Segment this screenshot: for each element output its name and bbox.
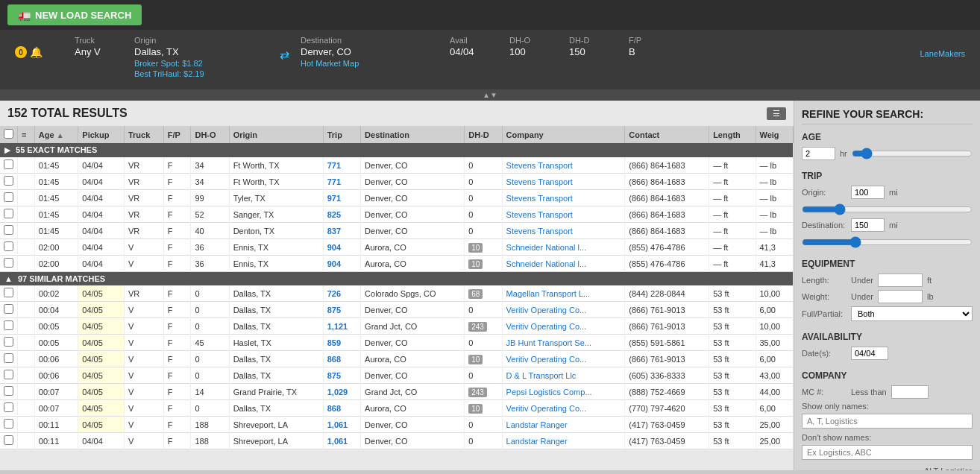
row-trip[interactable]: 825: [323, 206, 360, 223]
row-trip[interactable]: 1,121: [323, 318, 360, 335]
scroll-up-icon[interactable]: ▲▼: [483, 91, 497, 99]
row-checkbox-cell[interactable]: [0, 256, 18, 272]
row-trip[interactable]: 1,029: [323, 384, 360, 400]
row-checkbox[interactable]: [4, 386, 13, 396]
col-pickup[interactable]: Pickup: [78, 126, 125, 143]
col-dhd[interactable]: DH-D: [465, 126, 502, 143]
dates-input[interactable]: [851, 347, 888, 360]
row-trip[interactable]: 1,061: [323, 433, 360, 449]
row-checkbox-cell[interactable]: [0, 367, 18, 384]
new-load-search-button[interactable]: 🚛 NEW LOAD SEARCH: [7, 4, 142, 25]
row-expand-cell[interactable]: [18, 174, 35, 190]
row-checkbox[interactable]: [4, 288, 13, 297]
row-company[interactable]: Landstar Ranger: [502, 433, 625, 449]
row-expand-cell[interactable]: [18, 400, 35, 417]
full-partial-select[interactable]: Full Partial Both: [851, 306, 973, 321]
age-input[interactable]: [802, 147, 835, 160]
row-trip[interactable]: 868: [323, 351, 360, 367]
dest-distance-input[interactable]: [851, 218, 885, 232]
row-trip[interactable]: 868: [323, 400, 360, 417]
length-input[interactable]: [878, 274, 923, 287]
col-length[interactable]: Length: [709, 126, 756, 143]
row-expand-cell[interactable]: [18, 335, 35, 351]
row-checkbox[interactable]: [4, 258, 13, 268]
row-trip[interactable]: 1,061: [323, 417, 360, 433]
col-destination[interactable]: Destination: [361, 126, 465, 143]
similar-expand-button[interactable]: ▲: [4, 274, 13, 283]
col-trip[interactable]: Trip: [323, 126, 360, 143]
row-checkbox-cell[interactable]: [0, 400, 18, 417]
swap-icon[interactable]: ⇄: [276, 33, 293, 62]
row-trip[interactable]: 904: [323, 256, 360, 272]
row-company[interactable]: Veritiv Operating Co...: [502, 318, 625, 335]
row-checkbox[interactable]: [4, 320, 13, 330]
row-checkbox[interactable]: [4, 176, 13, 186]
row-company[interactable]: Veritiv Operating Co...: [502, 302, 625, 318]
row-checkbox-cell[interactable]: [0, 417, 18, 433]
row-company[interactable]: Pepsi Logistics Comp...: [502, 384, 625, 400]
col-age[interactable]: Age ▲: [34, 126, 78, 143]
row-company[interactable]: Veritiv Operating Co...: [502, 351, 625, 367]
exact-expand-button[interactable]: ▶: [4, 145, 10, 155]
row-checkbox[interactable]: [4, 241, 13, 251]
col-contact[interactable]: Contact: [625, 126, 709, 143]
row-checkbox-cell[interactable]: [0, 223, 18, 239]
weight-input[interactable]: [878, 290, 923, 303]
row-checkbox-cell[interactable]: [0, 285, 18, 302]
row-trip[interactable]: 771: [323, 174, 360, 190]
row-expand-cell[interactable]: [18, 206, 35, 223]
row-trip[interactable]: 971: [323, 190, 360, 206]
row-checkbox-cell[interactable]: [0, 174, 18, 190]
row-checkbox-cell[interactable]: [0, 206, 18, 223]
show-only-input[interactable]: [802, 414, 973, 429]
origin-distance-input[interactable]: [851, 186, 885, 199]
row-expand-cell[interactable]: [18, 285, 35, 302]
row-company[interactable]: Veritiv Operating Co...: [502, 400, 625, 417]
row-company[interactable]: Schneider National l...: [502, 239, 625, 256]
refine-toggle-button[interactable]: ›: [794, 271, 794, 300]
col-origin[interactable]: Origin: [229, 126, 323, 143]
best-trihaul-link[interactable]: Best TriHaul: $2.19: [134, 69, 268, 78]
col-dho[interactable]: DH-O: [191, 126, 229, 143]
row-checkbox[interactable]: [4, 435, 13, 445]
row-expand-cell[interactable]: [18, 384, 35, 400]
hot-market-map-link[interactable]: Hot Market Map: [301, 59, 435, 68]
row-expand-cell[interactable]: [18, 417, 35, 433]
row-company[interactable]: D & L Transport Llc: [502, 367, 625, 384]
row-company[interactable]: Magellan Transport L...: [502, 285, 625, 302]
lanemakers-link[interactable]: LaneMakers: [920, 49, 965, 58]
row-checkbox[interactable]: [4, 337, 13, 347]
row-trip[interactable]: 859: [323, 335, 360, 351]
select-all-checkbox[interactable]: [4, 129, 13, 139]
row-company[interactable]: Stevens Transport: [502, 157, 625, 174]
col-options[interactable]: =: [18, 126, 35, 143]
row-company[interactable]: Schneider National l...: [502, 256, 625, 272]
row-checkbox-cell[interactable]: [0, 302, 18, 318]
col-fp[interactable]: F/P: [163, 126, 191, 143]
row-checkbox[interactable]: [4, 370, 13, 379]
col-company[interactable]: Company: [502, 126, 625, 143]
row-expand-cell[interactable]: [18, 433, 35, 449]
row-company[interactable]: Stevens Transport: [502, 223, 625, 239]
row-expand-cell[interactable]: [18, 190, 35, 206]
row-company[interactable]: Stevens Transport: [502, 174, 625, 190]
mc-input[interactable]: [891, 385, 929, 399]
row-trip[interactable]: 904: [323, 239, 360, 256]
row-expand-cell[interactable]: [18, 256, 35, 272]
row-trip[interactable]: 875: [323, 367, 360, 384]
row-expand-cell[interactable]: [18, 157, 35, 174]
notification-badge[interactable]: 0: [15, 46, 27, 58]
dont-show-input[interactable]: [802, 445, 973, 460]
row-checkbox[interactable]: [4, 192, 13, 202]
row-expand-cell[interactable]: [18, 351, 35, 367]
row-checkbox-cell[interactable]: [0, 433, 18, 449]
options-button[interactable]: ☰: [767, 107, 786, 120]
origin-slider[interactable]: [802, 203, 973, 215]
row-checkbox-cell[interactable]: [0, 335, 18, 351]
row-checkbox-cell[interactable]: [0, 190, 18, 206]
row-checkbox[interactable]: [4, 304, 13, 314]
row-checkbox-cell[interactable]: [0, 384, 18, 400]
row-expand-cell[interactable]: [18, 223, 35, 239]
row-checkbox-cell[interactable]: [0, 351, 18, 367]
row-trip[interactable]: 771: [323, 157, 360, 174]
